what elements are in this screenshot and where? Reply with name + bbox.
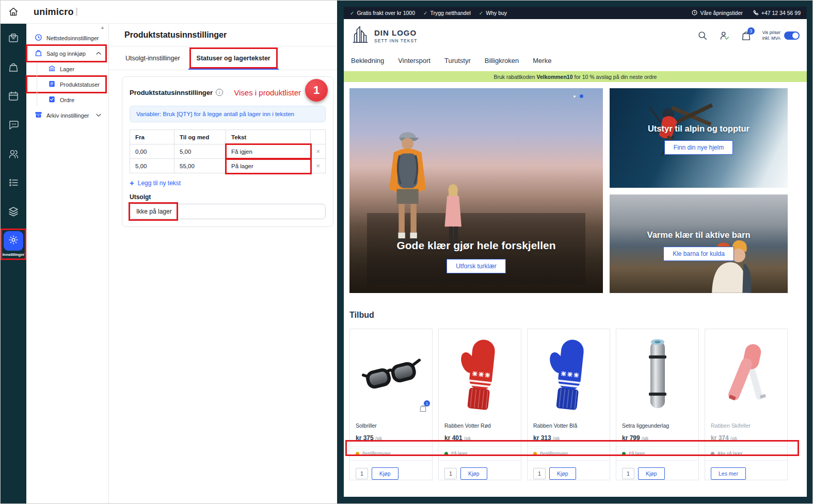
settings-label: Innstillinger (2, 252, 25, 257)
layers-icon[interactable] (1, 197, 26, 226)
hero-section: Gode klær gjør hele forskjellen Utforsk … (349, 82, 801, 293)
product-status-row: På lager (616, 446, 698, 461)
usp-item: ✓Why buy (479, 10, 507, 16)
clock-icon (692, 10, 697, 17)
scroll-up-icon[interactable]: ▲ (100, 25, 105, 30)
cell-til[interactable]: 5,00 (174, 144, 226, 159)
product-card-votter-bla[interactable]: Rabben Votter Blå kr 313 /stk Bestilling… (527, 329, 610, 480)
sidebar-item-ordre[interactable]: Ordre (27, 92, 105, 107)
archive-icon (35, 111, 42, 120)
buy-button[interactable]: Kjøp (638, 467, 665, 480)
col-header-fra: Fra (130, 130, 174, 144)
check-icon: ✓ (479, 10, 483, 16)
opening-hours-link[interactable]: Våre åpningstider (692, 10, 742, 17)
hero-alpin-banner[interactable]: Utstyr til alpin og topptur Finn din nye… (610, 88, 788, 188)
cart-icon[interactable]: 3 (741, 30, 751, 41)
hero-title: Utstyr til alpin og topptur (648, 124, 750, 134)
product-status-row: Ikke på lager (705, 446, 787, 461)
hero-button-finn-hjelm[interactable]: Finn din nye hjelm (664, 140, 733, 155)
sidebar-item-produktstatuser[interactable]: Produktstatuser (27, 77, 105, 92)
page-header: Produktstatusinnstillinger (109, 24, 337, 46)
quantity-input[interactable] (533, 468, 546, 479)
hero-side-column: Utstyr til alpin og topptur Finn din nye… (610, 88, 788, 293)
cell-til[interactable]: 55,00 (174, 159, 226, 173)
quantity-input[interactable] (444, 468, 457, 479)
nav-item-bekledning[interactable]: Bekledning (351, 57, 384, 64)
hero-button-utforsk-turklaer[interactable]: Utforsk turklær (447, 259, 506, 273)
people-icon[interactable] (1, 139, 26, 168)
table-row: 0,00 5,00 Få igjen × (130, 144, 326, 159)
read-more-button[interactable]: Les mer (711, 467, 746, 480)
list-icon[interactable] (1, 168, 26, 197)
sidebar-item-arkiv-innstillinger[interactable]: Arkiv innstillinger (27, 108, 105, 123)
utsolgt-label: Utsolgt (130, 193, 326, 201)
shop-logo[interactable]: DIN LOGO SETT INN TEKST (351, 25, 418, 46)
settings-button[interactable] (4, 231, 23, 251)
buy-button[interactable]: Kjøp (460, 467, 487, 480)
cell-fra[interactable]: 5,00 (130, 159, 174, 173)
tab-utsolgt-innstillinger[interactable]: Utsolgt-innstillinger (117, 46, 188, 70)
utsolgt-input[interactable] (130, 204, 326, 219)
sidebar-item-lager[interactable]: Lager (27, 61, 105, 76)
register-icon[interactable] (1, 24, 26, 53)
status-dot-gray (711, 452, 714, 456)
unimicro-logo: unimicro (34, 7, 74, 18)
search-icon[interactable] (697, 30, 708, 41)
add-text-link[interactable]: + Legg til ny tekst (130, 178, 326, 187)
promo-banner: Bruk rabattkoden Velkommen10 for 10 % av… (344, 71, 807, 82)
delete-row-button[interactable]: × (311, 144, 326, 159)
product-name[interactable]: Setra liggeunderlag (622, 422, 693, 429)
product-name[interactable]: Rabben Skifeller (711, 422, 782, 429)
section-title-tilbud: Tilbud (349, 311, 801, 320)
carousel-dot-active[interactable] (580, 94, 583, 98)
nav-item-merke[interactable]: Merke (533, 57, 551, 64)
sidebar-item-salg-og-innkjop[interactable]: Salg og innkjøp (27, 46, 105, 61)
admin-main-content: Produktstatusinnstillinger Utsolgt-innst… (109, 24, 337, 504)
calendar-icon[interactable] (1, 82, 26, 110)
cell-tekst[interactable]: På lager (226, 159, 311, 173)
info-icon[interactable]: i (216, 89, 223, 96)
sidebar-item-label: Produktstatuser (60, 82, 100, 88)
product-card-votter-rod[interactable]: Rabben Votter Rød kr 401 /stk På lager K… (438, 329, 521, 480)
buy-button[interactable]: Kjøp (372, 467, 398, 480)
nav-item-turutstyr[interactable]: Turutstyr (444, 57, 471, 64)
product-controls: Kjøp (533, 467, 604, 480)
cell-tekst[interactable]: Få igjen (226, 144, 311, 159)
product-price: kr 799 /stk (622, 434, 693, 442)
hero-main-banner[interactable]: Gode klær gjør hele forskjellen Utforsk … (349, 88, 603, 293)
hero-barn-banner[interactable]: Varme klær til aktive barn Kle barna for… (610, 194, 788, 293)
product-name[interactable]: Rabben Votter Blå (533, 422, 604, 429)
add-text-label: Legg til ny tekst (138, 180, 181, 187)
carousel-dot[interactable] (573, 95, 576, 97)
product-card-liggeunderlag[interactable]: Setra liggeunderlag kr 799 /stk På lager… (616, 329, 699, 480)
utsolgt-field-wrap (130, 204, 326, 219)
home-icon[interactable] (8, 6, 19, 18)
quantity-input[interactable] (356, 468, 368, 479)
account-icon[interactable] (719, 30, 730, 41)
admin-topbar: unimicro (1, 1, 337, 24)
phone-link[interactable]: +47 12 34 56 99 (753, 10, 801, 17)
sidebar-item-nettstedsinnstillinger[interactable]: Nettstedsinnstillinger (27, 30, 105, 45)
in-cart-badge: 1 (424, 400, 430, 407)
nav-item-vintersport[interactable]: Vintersport (398, 57, 431, 64)
carousel-dots[interactable] (573, 94, 583, 98)
shopping-bag-icon[interactable] (1, 53, 26, 82)
usp-item: ✓Gratis frakt over kr 1000 (350, 10, 415, 16)
product-card-skifeller[interactable]: Rabben Skifeller kr 374 /stk Ikke på lag… (705, 329, 788, 480)
webshop-preview-frame: ✓Gratis frakt over kr 1000 ✓Trygg nettha… (337, 1, 813, 504)
delete-row-button[interactable]: × (311, 159, 326, 173)
product-card-solbriller[interactable]: 1 Solbriller kr 375 /stk Bestillingsvare… (349, 329, 433, 480)
nav-item-billigkroken[interactable]: Billigkroken (485, 57, 519, 64)
status-label: På lager (451, 451, 468, 456)
bag-icon (35, 49, 42, 58)
annotation-text: Vises i produktlister (234, 88, 301, 97)
tab-statuser-og-lagertekster[interactable]: Statuser og lagertekster (188, 46, 279, 70)
quantity-input[interactable] (622, 468, 634, 479)
hero-button-kle-barna[interactable]: Kle barna for kulda (663, 247, 734, 261)
buy-button[interactable]: Kjøp (549, 467, 576, 480)
cell-fra[interactable]: 0,00 (130, 144, 174, 159)
vat-toggle[interactable] (784, 31, 800, 40)
product-name[interactable]: Rabben Votter Rød (444, 422, 515, 429)
product-name[interactable]: Solbriller (356, 422, 426, 429)
chat-icon[interactable] (1, 110, 26, 139)
